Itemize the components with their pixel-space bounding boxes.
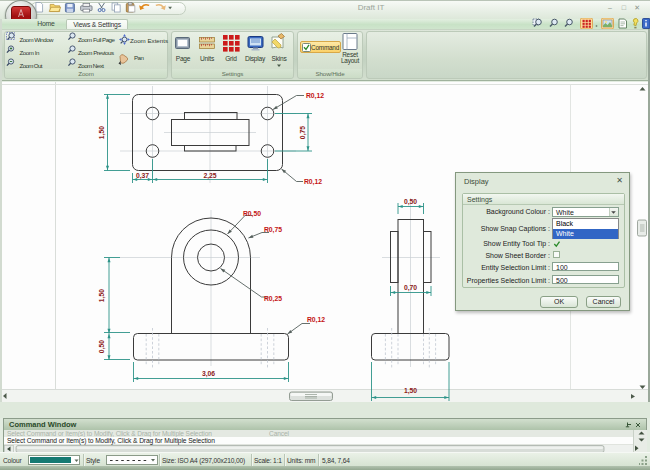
svg-text:1,50: 1,50 bbox=[98, 289, 106, 302]
svg-text:R0,12: R0,12 bbox=[307, 316, 325, 324]
svg-text:R0,12: R0,12 bbox=[304, 178, 322, 186]
svg-text:Grid: Grid bbox=[225, 55, 237, 62]
svg-text:R0,75: R0,75 bbox=[264, 226, 282, 234]
svg-text:Pan: Pan bbox=[134, 54, 145, 61]
svg-text:3,06: 3,06 bbox=[202, 370, 215, 378]
svg-text:Zoom In: Zoom In bbox=[20, 49, 41, 56]
svg-text:0,75: 0,75 bbox=[299, 126, 307, 139]
svg-text:0,37: 0,37 bbox=[136, 172, 149, 180]
svg-text:R0,25: R0,25 bbox=[264, 295, 282, 303]
svg-text:0,50: 0,50 bbox=[98, 340, 106, 353]
svg-text:Zoom Next: Zoom Next bbox=[78, 62, 104, 69]
svg-text:1,50: 1,50 bbox=[98, 126, 106, 139]
svg-text:Zoom Previous: Zoom Previous bbox=[78, 49, 114, 56]
svg-text:2,25: 2,25 bbox=[203, 172, 216, 180]
svg-text:Skins: Skins bbox=[271, 55, 287, 62]
svg-text:Zoom Out: Zoom Out bbox=[20, 62, 43, 69]
svg-text:Zoom Full Page: Zoom Full Page bbox=[78, 36, 116, 43]
svg-text:Units: Units bbox=[200, 55, 215, 62]
svg-text:Zoom Extents: Zoom Extents bbox=[130, 37, 168, 44]
svg-text:0,50: 0,50 bbox=[404, 198, 417, 206]
svg-text:Zoom Window: Zoom Window bbox=[20, 36, 55, 43]
svg-text:Display: Display bbox=[245, 55, 266, 63]
svg-text:R0,12: R0,12 bbox=[306, 92, 324, 100]
svg-text:0,70: 0,70 bbox=[404, 284, 417, 292]
svg-text:R0,50: R0,50 bbox=[243, 210, 261, 218]
svg-text:Page: Page bbox=[176, 55, 191, 63]
